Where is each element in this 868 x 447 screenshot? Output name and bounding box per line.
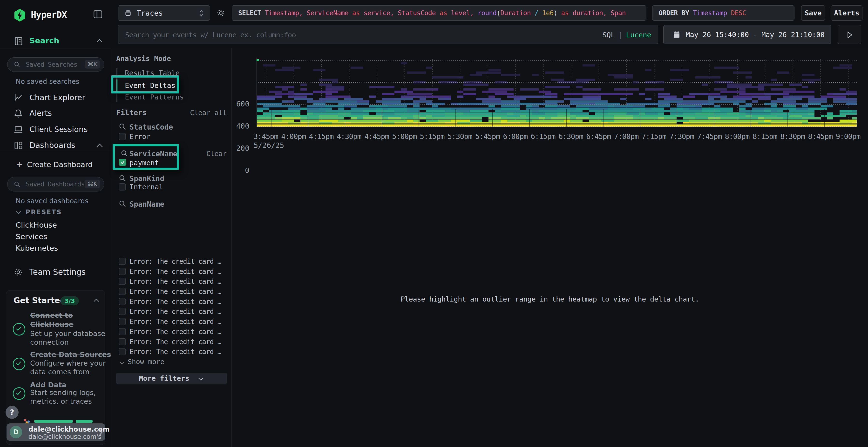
spanname-option-row[interactable]: Error: The credit card … <box>111 337 231 347</box>
spanname-option-label[interactable]: Error: The credit card … <box>129 257 221 265</box>
order-by-editor[interactable]: ORDER BY Timestamp DESC <box>652 5 795 21</box>
checkbox-spanname[interactable] <box>119 258 126 265</box>
source-settings-gear-icon[interactable] <box>216 8 226 18</box>
spanname-option-row[interactable]: Error: The credit card … <box>111 276 231 286</box>
tab-rail-active-indicator <box>117 79 117 92</box>
alerts-button[interactable]: Alerts <box>831 5 863 21</box>
checkbox-spanname[interactable] <box>119 278 126 285</box>
sidebar-item-dashboards[interactable]: Dashboards <box>0 139 111 152</box>
spanname-option-row[interactable]: Error: The credit card … <box>111 286 231 297</box>
chevron-down-icon <box>15 210 22 215</box>
checkbox-error[interactable] <box>119 133 126 140</box>
date-range-picker[interactable]: May 26 15:40:00 - May 26 21:10:00 <box>663 25 831 44</box>
spanname-option-row[interactable]: Error: The credit card … <box>111 327 231 337</box>
save-button[interactable]: Save <box>801 5 825 21</box>
checkbox-spanname[interactable] <box>119 318 126 325</box>
spanname-option-label[interactable]: Error: The credit card … <box>129 277 221 285</box>
more-filters-button[interactable]: More filters <box>116 373 227 384</box>
hyperdx-logo-icon <box>13 8 26 22</box>
help-button[interactable]: ? <box>5 406 19 419</box>
sidebar-item-chart-explorer[interactable]: Chart Explorer <box>0 91 111 105</box>
spanname-option-label[interactable]: Error: The credit card … <box>129 318 221 325</box>
create-dashboard-button[interactable]: + Create Dashboard <box>0 159 111 172</box>
language-lucene[interactable]: Lucene <box>626 31 651 39</box>
spanname-option-label[interactable]: Error: The credit card … <box>129 338 221 346</box>
sql-token: service <box>364 9 390 16</box>
get-started-step-desc: data comes from <box>30 368 89 376</box>
checkbox-spanname[interactable] <box>119 288 126 295</box>
select-chevrons-icon <box>198 9 205 17</box>
sidebar-collapse-icon[interactable] <box>92 9 103 20</box>
run-query-button[interactable] <box>838 25 861 44</box>
get-started-step-title[interactable]: Add Data <box>30 381 66 389</box>
language-toggle[interactable]: SQL|Lucene <box>602 31 651 39</box>
spanname-option-label[interactable]: Error: The credit card … <box>129 298 221 306</box>
preset-dashboard-link[interactable]: Services <box>16 231 58 243</box>
filters-heading: Filters <box>116 108 147 117</box>
avatar: D <box>10 426 22 438</box>
spanname-option-row[interactable]: Error: The credit card … <box>111 297 231 307</box>
user-account-bar[interactable]: D dale@clickhouse.com dale@clickhouse.co… <box>6 423 105 441</box>
x-axis-tick-label: 5:00pm <box>391 132 418 141</box>
sql-token: level <box>451 9 470 16</box>
sql-token: ) <box>554 9 557 16</box>
x-axis-tick-label: 8:30pm <box>779 132 807 141</box>
get-started-step-desc: metrics, or traces <box>30 397 92 405</box>
checkbox-internal[interactable] <box>119 183 126 191</box>
get-started-step-desc: Configure where your <box>30 359 105 367</box>
spanname-option-label[interactable]: Error: The credit card … <box>129 308 221 315</box>
sql-token: Duration <box>500 9 531 16</box>
filter-search-icon[interactable] <box>119 174 126 182</box>
checkbox-spanname[interactable] <box>119 268 126 275</box>
get-started-step-title[interactable]: Connect to <box>30 311 73 319</box>
sql-token: , <box>603 9 611 16</box>
filter-panel: Analysis Mode Results Table Event Deltas… <box>111 48 232 447</box>
create-dashboard-label: Create Dashboard <box>27 161 93 169</box>
filter-search-icon[interactable] <box>119 123 126 131</box>
sidebar-item-team-settings[interactable]: Team Settings <box>0 265 111 279</box>
saved-dashboards-placeholder: Saved Dashboards <box>26 180 85 188</box>
get-started-step-title[interactable]: ClickHouse <box>30 320 73 329</box>
sql-select-editor[interactable]: SELECT Timestamp, ServiceName as service… <box>232 5 646 21</box>
tab-event-patterns[interactable]: Event Patterns <box>125 93 184 101</box>
checkbox-internal-label[interactable]: Internal <box>129 183 163 191</box>
checkbox-spanname[interactable] <box>119 338 126 345</box>
language-sql[interactable]: SQL <box>602 31 615 39</box>
x-axis-tick-label: 7:30pm <box>668 132 695 141</box>
chevron-up-icon[interactable] <box>95 38 104 44</box>
source-select-value: Traces <box>137 9 163 18</box>
show-more-link[interactable]: Show more <box>119 358 164 366</box>
sidebar-item-alerts[interactable]: Alerts <box>0 107 111 120</box>
spanname-option-label[interactable]: Error: The credit card … <box>129 348 221 356</box>
preset-dashboard-link[interactable]: Kubernetes <box>16 243 58 254</box>
sidebar-item-search[interactable]: Search <box>0 34 111 48</box>
x-axis-tick-label: 4:15pm <box>307 132 335 141</box>
saved-dashboards-input[interactable]: Saved Dashboards ⌘K <box>7 177 104 192</box>
chevron-up-icon[interactable] <box>93 298 100 303</box>
duration-heatmap-chart[interactable] <box>256 52 857 127</box>
saved-searches-input[interactable]: Saved Searches ⌘K <box>7 57 104 72</box>
tab-event-deltas[interactable]: Event Deltas <box>125 81 176 90</box>
spanname-option-row[interactable]: Error: The credit card … <box>111 256 231 267</box>
spanname-option-label[interactable]: Error: The credit card … <box>129 287 221 296</box>
checkbox-spanname[interactable] <box>119 328 126 335</box>
filter-search-icon[interactable] <box>119 200 126 208</box>
chevron-up-icon[interactable] <box>95 143 104 148</box>
sidebar-item-client-sessions[interactable]: Client Sessions <box>0 123 111 136</box>
spanname-option-row[interactable]: Error: The credit card … <box>111 317 231 327</box>
search-input[interactable]: Search your events w/ Lucene ex. column:… <box>118 25 658 44</box>
spanname-option-row[interactable]: Error: The credit card … <box>111 307 231 317</box>
checkbox-error-label[interactable]: Error <box>129 133 151 141</box>
checkbox-spanname[interactable] <box>119 298 126 305</box>
spanname-option-row[interactable]: Error: The credit card … <box>111 267 231 277</box>
spanname-option-label[interactable]: Error: The credit card … <box>129 268 221 276</box>
checkbox-spanname[interactable] <box>119 348 126 355</box>
spanname-option-label[interactable]: Error: The credit card … <box>129 328 221 336</box>
get-started-step-title[interactable]: Create Data Sources <box>30 350 111 358</box>
preset-dashboard-link[interactable]: ClickHouse <box>16 220 58 231</box>
source-select[interactable]: Traces <box>118 5 210 21</box>
checkbox-spanname[interactable] <box>119 308 126 315</box>
spanname-option-row[interactable]: Error: The credit card … <box>111 347 231 357</box>
sql-token <box>727 9 731 16</box>
presets-toggle[interactable]: PRESETS <box>0 208 111 218</box>
